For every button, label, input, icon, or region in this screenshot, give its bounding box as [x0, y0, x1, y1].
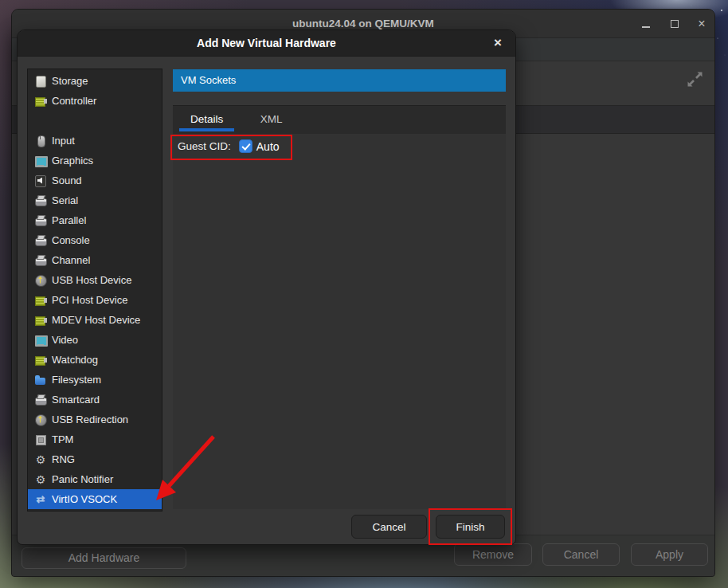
list-item-label: Controller — [52, 95, 96, 107]
usb-icon — [34, 274, 47, 287]
channel-device-icon — [34, 254, 47, 267]
dialog-titlebar: Add New Virtual Hardware × — [18, 30, 515, 57]
add-hardware-button[interactable]: Add Hardware — [22, 547, 186, 569]
sidebar-item-storage[interactable]: Storage — [28, 71, 162, 91]
vm-cancel-button[interactable]: Cancel — [542, 543, 620, 566]
sidebar-item-panic-notifier[interactable]: Panic Notifier — [28, 469, 162, 489]
wallpaper-stars — [721, 10, 722, 11]
list-item-label: TPM — [52, 433, 73, 445]
cancel-button[interactable]: Cancel — [351, 515, 427, 539]
panel-content: Guest CID: Auto — [173, 134, 506, 509]
apply-button[interactable]: Apply — [631, 543, 708, 566]
sidebar-item-usb-redirection[interactable]: USB Redirection — [28, 410, 162, 429]
tab-details[interactable]: Details — [179, 106, 234, 135]
sidebar-item-watchdog[interactable]: Watchdog — [28, 350, 162, 370]
monitor-icon — [34, 334, 47, 347]
guest-cid-label: Guest CID: — [178, 140, 231, 152]
monitor-icon — [34, 155, 47, 167]
tab-xml[interactable]: XML — [249, 106, 294, 135]
sidebar-item-serial[interactable]: Serial — [28, 190, 162, 210]
gear-icon — [34, 453, 47, 466]
gear-icon — [34, 473, 47, 486]
close-icon[interactable]: × — [695, 18, 708, 30]
chip-icon — [34, 354, 47, 367]
mouse-icon — [34, 135, 47, 147]
list-item-label: MDEV Host Device — [52, 314, 140, 326]
sidebar-item-controller[interactable]: Controller — [28, 91, 162, 111]
sidebar-item-filesystem[interactable]: Filesystem — [28, 370, 162, 390]
chip-icon — [34, 95, 47, 108]
sidebar-item-sound[interactable]: Sound — [28, 171, 162, 190]
smartcard-device-icon — [34, 394, 47, 406]
parallel-device-icon — [34, 214, 47, 227]
auto-checkbox-label: Auto — [256, 140, 280, 153]
sidebar-item-virtio-vsock[interactable]: VirtIO VSOCK — [28, 489, 162, 509]
remove-button[interactable]: Remove — [454, 543, 532, 566]
list-item-label: Filesystem — [52, 374, 101, 386]
list-item-label: PCI Host Device — [52, 294, 127, 306]
dialog-close-icon[interactable]: × — [490, 35, 506, 51]
tab-bar: Details XML — [173, 105, 506, 134]
list-item-label: Sound — [52, 174, 82, 186]
console-device-icon — [34, 234, 47, 247]
list-item-label: USB Host Device — [52, 274, 131, 286]
list-item-label: Serial — [52, 194, 78, 206]
add-hardware-dialog: Add New Virtual Hardware × Storage Contr… — [17, 29, 516, 545]
serial-device-icon — [34, 194, 47, 207]
panel-header: VM Sockets — [173, 69, 506, 92]
speaker-icon — [34, 174, 47, 187]
disk-icon — [34, 75, 47, 88]
auto-checkbox[interactable] — [239, 139, 252, 153]
sidebar-item-input[interactable]: Input — [28, 131, 162, 151]
list-item-label: Graphics — [52, 155, 93, 167]
sidebar-item-pci-host-device[interactable]: PCI Host Device — [28, 290, 162, 310]
list-spacer — [28, 111, 162, 131]
sidebar-item-video[interactable]: Video — [28, 330, 162, 350]
panel-header-label: VM Sockets — [181, 74, 236, 86]
finish-button[interactable]: Finish — [436, 515, 505, 539]
tpm-chip-icon — [34, 433, 47, 446]
list-item-label: Channel — [52, 254, 90, 266]
list-item-label: USB Redirection — [52, 414, 128, 425]
list-item-label: Panic Notifier — [52, 473, 113, 485]
list-item-label: Input — [52, 135, 75, 147]
arrows-icon — [34, 493, 47, 506]
list-item-label: Console — [52, 234, 90, 246]
chip-icon — [34, 314, 47, 327]
minimize-icon[interactable] — [640, 18, 652, 30]
desktop: ubuntu24.04 on QEMU/KVM × Add Hardware R… — [0, 0, 728, 588]
sidebar-item-parallel[interactable]: Parallel — [28, 210, 162, 230]
list-item-label: Smartcard — [52, 394, 100, 406]
usb-icon — [34, 414, 47, 426]
list-item-label: Parallel — [52, 214, 86, 226]
sidebar-item-console[interactable]: Console — [28, 230, 162, 250]
dialog-title: Add New Virtual Hardware — [18, 30, 515, 57]
list-item-label: Video — [52, 334, 78, 346]
list-item-label: RNG — [52, 453, 75, 465]
sidebar-item-graphics[interactable]: Graphics — [28, 151, 162, 171]
list-item-label: Watchdog — [52, 354, 98, 366]
list-item-label: VirtIO VSOCK — [52, 493, 117, 505]
sidebar-item-tpm[interactable]: TPM — [28, 429, 162, 449]
maximize-icon[interactable] — [668, 18, 681, 30]
sidebar-item-channel[interactable]: Channel — [28, 250, 162, 270]
list-item-label: Storage — [52, 75, 88, 87]
sidebar-item-usb-host-device[interactable]: USB Host Device — [28, 270, 162, 290]
chip-icon — [34, 294, 47, 307]
hardware-type-list: Storage Controller Input Graphics — [27, 69, 162, 512]
fullscreen-icon[interactable] — [683, 67, 707, 91]
guest-cid-row: Guest CID: Auto — [178, 139, 280, 153]
sidebar-item-smartcard[interactable]: Smartcard — [28, 390, 162, 410]
sidebar-item-rng[interactable]: RNG — [28, 449, 162, 469]
folder-icon — [34, 374, 47, 386]
sidebar-item-mdev-host-device[interactable]: MDEV Host Device — [28, 310, 162, 330]
